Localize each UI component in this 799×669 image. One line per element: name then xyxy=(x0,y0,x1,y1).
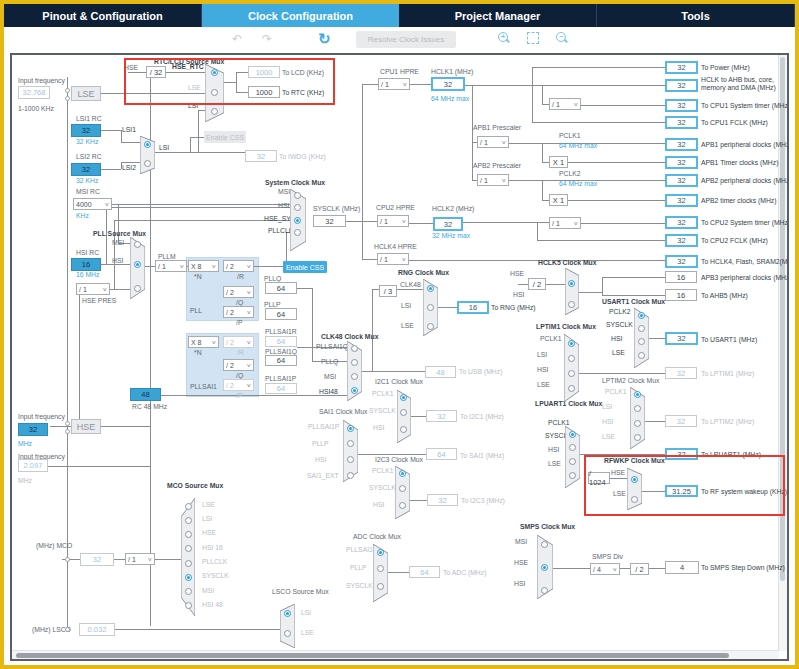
rng-clock-mux-option-2[interactable] xyxy=(427,323,434,330)
fit-to-view-icon[interactable] xyxy=(527,32,539,44)
resolve-clock-issues-button[interactable]: Resolve Clock Issues xyxy=(356,31,456,48)
lptim1-clock-mux-option-2[interactable] xyxy=(568,370,575,377)
msi-range-select[interactable]: 4000∨ xyxy=(73,198,112,210)
i2c3-clock-mux-option-1[interactable] xyxy=(399,485,406,492)
tab-project-manager[interactable]: Project Manager xyxy=(399,4,597,27)
sai1-clock-mux-option-2[interactable] xyxy=(347,456,354,463)
cpu2-systick-value[interactable]: 32 xyxy=(665,216,698,229)
smps-clock-value[interactable]: 4 xyxy=(665,561,699,574)
power-clock-value[interactable]: 32 xyxy=(665,61,698,74)
lptim1-clock-value[interactable]: 32 xyxy=(665,367,697,379)
cpu1-fclk-value[interactable]: 32 xyxy=(665,116,698,129)
cpu2-fclk-value[interactable]: 32 xyxy=(665,234,698,247)
hse-pres-select[interactable]: / 1∨ xyxy=(76,283,110,295)
lsi-mux-option-0[interactable] xyxy=(144,141,151,148)
i2c3-clock-value[interactable]: 32 xyxy=(427,494,458,506)
hclk5-clock-mux-option-1[interactable] xyxy=(568,301,575,308)
lse-oscillator[interactable]: LSE xyxy=(71,86,101,101)
pllq-select[interactable]: / 2∨ xyxy=(223,286,254,298)
adc-clock-mux-option-2[interactable] xyxy=(377,583,384,590)
zoom-in-icon[interactable]: + xyxy=(498,32,510,44)
smps-clock-mux-option-2[interactable] xyxy=(541,587,548,594)
lptim2-clock-mux-option-1[interactable] xyxy=(634,405,641,412)
msi-input-frequency[interactable]: 2.097 xyxy=(18,459,48,472)
pllp-value[interactable]: 64 xyxy=(265,308,297,320)
ahb5-clock-value[interactable]: 16 xyxy=(665,289,697,301)
mco-source-mux-option-6[interactable] xyxy=(185,588,192,595)
smps-fixed-divider[interactable]: / 2 xyxy=(630,563,649,575)
apb2-timer-mult[interactable]: X 1 xyxy=(549,194,568,206)
hclk5-clock-mux-option-0[interactable] xyxy=(568,280,575,287)
usart1-clock-mux-option-0[interactable] xyxy=(638,312,645,319)
usart1-clock-mux-option-1[interactable] xyxy=(638,325,645,332)
i2c1-clock-mux-option-1[interactable] xyxy=(400,409,407,416)
smps-div-select[interactable]: / 4∨ xyxy=(590,563,620,575)
pllq-value[interactable]: 64 xyxy=(265,282,297,294)
mco-source-mux-option-5[interactable] xyxy=(185,574,192,581)
adc-clock-mux-option-0[interactable] xyxy=(377,549,384,556)
pllsai1r-value[interactable]: 64 xyxy=(265,336,297,347)
smps-clock-mux-option-1[interactable] xyxy=(541,564,548,571)
mco-source-mux-option-1[interactable] xyxy=(185,517,192,524)
rng-clock-mux-option-1[interactable] xyxy=(427,304,434,311)
apb2-timer-value[interactable]: 32 xyxy=(665,194,698,207)
rtc-lcd-source-mux-option-2[interactable] xyxy=(211,108,218,115)
clk48-clock-mux-option-3[interactable] xyxy=(351,387,358,394)
mco-source-mux-option-4[interactable] xyxy=(185,560,192,567)
hclk5-hse-divider[interactable]: / 2 xyxy=(528,278,546,290)
cpu1-systick-select[interactable]: / 1∨ xyxy=(549,98,581,110)
horizontal-scrollbar-thumb[interactable] xyxy=(16,653,729,658)
lptim2-clock-mux-option-2[interactable] xyxy=(634,420,641,427)
i2c1-clock-value[interactable]: 32 xyxy=(426,410,457,422)
hse-oscillator[interactable]: HSE xyxy=(71,419,101,434)
i2c1-clock-mux-option-2[interactable] xyxy=(400,426,407,433)
cpu2-systick-select[interactable]: / 1∨ xyxy=(549,217,581,229)
lptim2-clock-value[interactable]: 32 xyxy=(665,415,697,427)
hclk2-value[interactable]: 32 xyxy=(433,217,463,231)
usart1-clock-mux-option-3[interactable] xyxy=(638,352,645,359)
apb1-prescaler-select[interactable]: / 1∨ xyxy=(477,136,509,148)
lpuart1-clock-mux-option-2[interactable] xyxy=(569,458,576,465)
apb2-periph-value[interactable]: 32 xyxy=(665,174,698,187)
sai1-clock-mux-option-3[interactable] xyxy=(347,472,354,479)
mco-source-mux-option-0[interactable] xyxy=(185,503,192,510)
sai1-clock-mux-option-0[interactable] xyxy=(347,425,354,432)
i2c1-clock-mux-option-0[interactable] xyxy=(400,394,407,401)
hclk4-flash-sram2-value[interactable]: 32 xyxy=(665,255,698,268)
system-clock-mux-option-1[interactable] xyxy=(294,204,301,211)
lptim2-clock-mux-option-0[interactable] xyxy=(634,391,641,398)
lptim1-clock-mux-option-0[interactable] xyxy=(568,340,575,347)
i2c3-clock-mux-option-2[interactable] xyxy=(399,502,406,509)
rng-divider[interactable]: / 3 xyxy=(379,285,397,297)
lptim2-clock-mux-option-3[interactable] xyxy=(634,434,641,441)
adc-clock-value[interactable]: 64 xyxy=(409,566,440,578)
clk48-clock-mux-option-2[interactable] xyxy=(351,373,358,380)
pllm-select[interactable]: / 1∨ xyxy=(155,260,187,272)
plln-select[interactable]: X 8∨ xyxy=(188,260,219,272)
apb1-timer-value[interactable]: 32 xyxy=(665,156,698,169)
apb1-timer-mult[interactable]: X 1 xyxy=(549,156,568,168)
system-clock-mux-option-0[interactable] xyxy=(294,192,301,199)
pllsai1p-value[interactable]: 64 xyxy=(265,383,297,394)
rng-clock-mux-option-0[interactable] xyxy=(427,285,434,292)
apb3-periph-value[interactable]: 16 xyxy=(665,271,697,283)
tab-clock-configuration[interactable]: Clock Configuration xyxy=(202,4,399,27)
adc-clock-mux-option-1[interactable] xyxy=(377,565,384,572)
pllsai1-p-select[interactable]: / 2∨ xyxy=(223,379,254,391)
pllr-select[interactable]: / 2∨ xyxy=(223,260,254,272)
pll-source-mux-option-2[interactable] xyxy=(134,285,141,292)
enable-css-hse-button[interactable]: Enable CSS xyxy=(283,261,327,273)
mco-source-mux-option-7[interactable] xyxy=(185,602,192,609)
usart1-clock-mux-option-2[interactable] xyxy=(638,338,645,345)
sysclk-value[interactable]: 32 xyxy=(313,215,346,227)
pllsai1-r-select[interactable]: / 2∨ xyxy=(223,336,254,348)
lptim1-clock-mux-option-3[interactable] xyxy=(568,385,575,392)
lsco-source-mux-option-0[interactable] xyxy=(284,610,291,617)
smps-clock-mux-option-0[interactable] xyxy=(541,541,548,548)
lsco-clock-value[interactable]: 0.032 xyxy=(79,623,115,636)
hclk1-value[interactable]: 32 xyxy=(431,77,465,91)
usb-clock-value[interactable]: 48 xyxy=(425,366,456,378)
enable-css-lse-button[interactable]: Enable CSS xyxy=(204,131,246,143)
i2c3-clock-mux-option-0[interactable] xyxy=(399,470,406,477)
tab-pinout-configuration[interactable]: Pinout & Configuration xyxy=(4,4,202,27)
